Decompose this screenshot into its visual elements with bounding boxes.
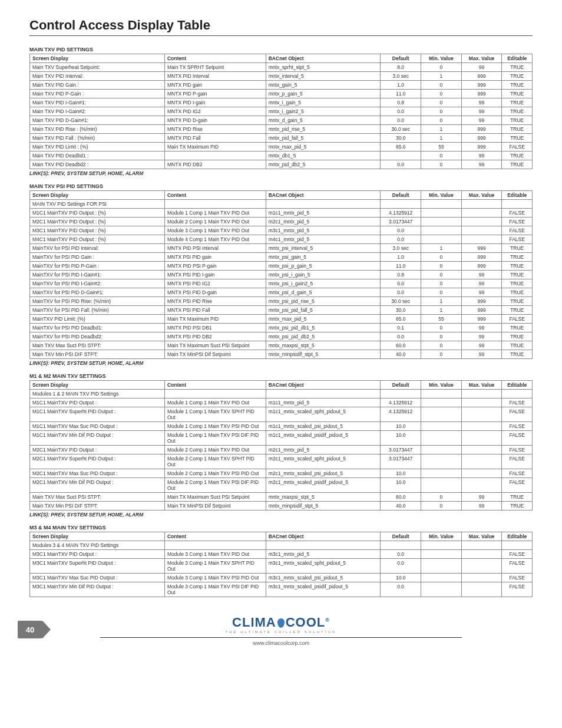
table-row: M1C1 MainTXV PID Output : (%)Module 1 Co…	[30, 209, 533, 218]
cell: M1C1 MainTXV PID Output : (%)	[30, 209, 165, 218]
cell	[421, 478, 462, 493]
cell	[381, 541, 421, 550]
cell: M1C1 MainTXV Superht PID Output :	[30, 407, 165, 422]
cell: 0.0	[381, 279, 421, 288]
cell: 0	[421, 324, 462, 332]
cell	[461, 218, 502, 226]
cell: 40.0	[381, 350, 421, 359]
section-title: MAIN TXV PSI PID SETTINGS	[29, 183, 533, 189]
cell: 0.1	[381, 324, 421, 332]
cell: 1	[421, 125, 462, 134]
cell: 10.0	[381, 574, 421, 582]
cell	[164, 390, 266, 398]
cell: mntx_interval_5	[266, 72, 381, 81]
cell	[461, 550, 502, 559]
cell: mntx_pid_fall_5	[266, 134, 381, 143]
cell: m3c1_mntx_pid_5	[266, 550, 381, 559]
cell: MNTX PSI PID D-gain	[164, 288, 266, 297]
cell: MainTXV for PSI PID Interval:	[30, 244, 165, 253]
cell: 999	[461, 306, 502, 315]
cell	[461, 422, 502, 431]
table-row: M1C1 MainTXV Min Dif PID Output :Module …	[30, 431, 533, 446]
table-row: MainTXV for PSI PID D-Gain#1:MNTX PSI PI…	[30, 288, 533, 297]
cell	[421, 398, 462, 407]
cell: 99	[461, 493, 502, 502]
cell: Main TXV PID P-Gain :	[30, 90, 165, 98]
cell: mntx_max_pid_5	[266, 143, 381, 151]
cell: 65.0	[381, 315, 421, 324]
cell	[461, 541, 502, 550]
cell: 999	[461, 253, 502, 262]
table-row: MainTXV PID Limit: (%)Main TX Maximum PI…	[30, 315, 533, 324]
cell: M1C1 MainTXV PID Output :	[30, 398, 165, 407]
cell: FALSE	[502, 550, 533, 559]
cell: 999	[461, 125, 502, 134]
cell: Module 3 Comp 1 Main TXV PSI DIF PID Out	[164, 582, 266, 597]
cell: MNTX PID gain	[164, 81, 266, 90]
cell	[421, 390, 462, 398]
cell	[381, 151, 421, 160]
cell: TRUE	[502, 116, 533, 125]
cell	[461, 209, 502, 218]
cell: 1.0	[381, 81, 421, 90]
cell	[421, 200, 462, 209]
cell: Main TXV Min PSI DIF STPT:	[30, 502, 165, 510]
cell: Module 2 Comp 1 Main TXV PID Out	[164, 218, 266, 226]
cell: 1	[421, 134, 462, 143]
cell: Module 3 Comp 1 Main TXV SPHT PID Out	[164, 559, 266, 574]
cell: TRUE	[502, 125, 533, 134]
table-row: MAIN TXV PID Settings FOR PSI	[30, 200, 533, 209]
cell: MAIN TXV PID Settings FOR PSI	[30, 200, 165, 209]
cell: 1	[421, 244, 462, 253]
cell: MNTX PSI PID gain	[164, 253, 266, 262]
table-row: Main TXV PID Interval:MNTX PID Intervalm…	[30, 72, 533, 81]
cell: MainTXV for PSI PID Fall: (%/min)	[30, 306, 165, 315]
cell: 999	[461, 315, 502, 324]
cell: 0.8	[381, 271, 421, 279]
table-row: M3C1 MainTXV PID Output : (%)Module 3 Co…	[30, 226, 533, 235]
cell: 999	[461, 262, 502, 271]
cell: TRUE	[502, 160, 533, 169]
cell: TRUE	[502, 350, 533, 359]
cell	[164, 200, 266, 209]
cell: 0	[421, 350, 462, 359]
col-header: Editable	[502, 381, 533, 390]
cell: MNTX PSI PID Rise	[164, 297, 266, 306]
cell: 0.0	[381, 288, 421, 297]
link-line: LINK(S): PREV, SYSTEM SETUP, HOME, ALARM	[29, 360, 533, 366]
cell: 10.0	[381, 431, 421, 446]
cell: TRUE	[502, 279, 533, 288]
col-header: Content	[164, 532, 266, 541]
cell: Modules 1 & 2 MAIN TXV PID Settings	[30, 390, 165, 398]
section-title: M1 & M2 MAIN TXV SETTINGS	[29, 373, 533, 379]
cell: 99	[461, 279, 502, 288]
table-row: Main TXV PID Deadbd2 :MNTX PID DB2mntx_p…	[30, 160, 533, 169]
cell: Main TXV PID Interval:	[30, 72, 165, 81]
cell: TRUE	[502, 332, 533, 341]
col-header: BACnet Object	[266, 191, 381, 200]
cell: MainTXV for PSI PID P-Gain :	[30, 262, 165, 271]
cell: 0.0	[381, 550, 421, 559]
cell: 30.0	[381, 306, 421, 315]
cell: MainTXV for PSI PID Rise: (%/min)	[30, 297, 165, 306]
col-header: BACnet Object	[266, 54, 381, 63]
cell: Module 1 Comp 1 Main TXV PSI DIF PID Out	[164, 431, 266, 446]
cell: 0.0	[381, 582, 421, 597]
cell: m3c1_mntx_pid_5	[266, 226, 381, 235]
cell	[461, 407, 502, 422]
cell	[502, 541, 533, 550]
cell: MNTX PID P-gain	[164, 90, 266, 98]
cell: m1c1_mntx_scaled_spht_pidout_5	[266, 407, 381, 422]
col-header: Max. Value	[461, 191, 502, 200]
cell: MNTX PSI PID I-gain	[164, 271, 266, 279]
col-header: Default	[381, 532, 421, 541]
cell: mntx_p_gain_5	[266, 90, 381, 98]
cell: FALSE	[502, 235, 533, 244]
table-row: MainTXV for PSI PID P-Gain :MNTX PID PSI…	[30, 262, 533, 271]
table-row: M2C1 MainTXV PID Output :Module 2 Comp 1…	[30, 446, 533, 454]
cell: 0	[421, 271, 462, 279]
cell: FALSE	[502, 315, 533, 324]
col-header: Default	[381, 54, 421, 63]
col-header: Default	[381, 191, 421, 200]
cell: 99	[461, 502, 502, 510]
